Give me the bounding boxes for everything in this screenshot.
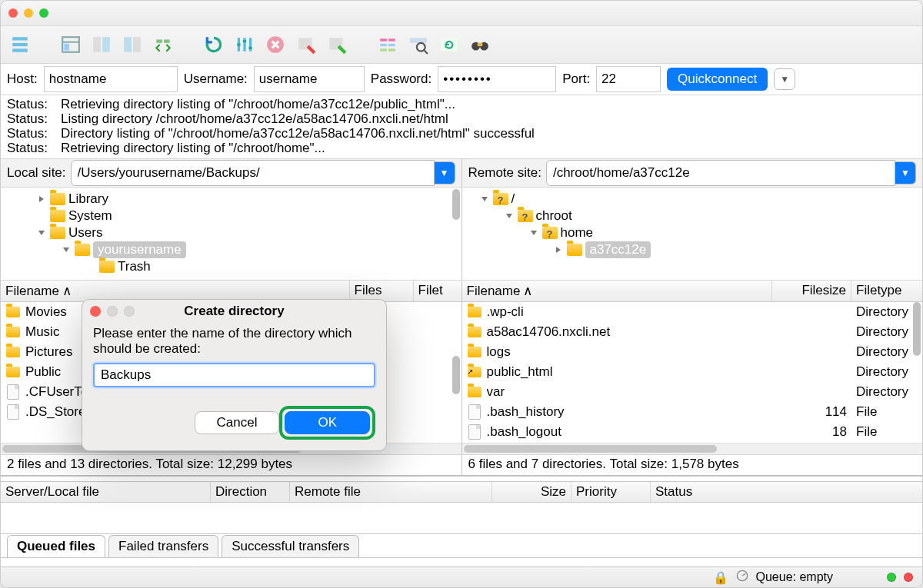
local-site-dropdown[interactable]: ▼ (435, 161, 455, 184)
disconnect-icon[interactable] (293, 33, 319, 56)
h-scrollbar[interactable] (462, 443, 923, 454)
list-item[interactable]: varDirectory (462, 382, 923, 402)
tree-node[interactable]: chroot (467, 208, 918, 224)
username-input[interactable] (254, 66, 365, 92)
quickconnect-button[interactable]: Quickconnect (667, 68, 768, 91)
site-manager-icon[interactable] (7, 33, 33, 56)
speed-icon[interactable] (736, 570, 748, 585)
disclosure-icon[interactable] (36, 194, 47, 204)
col-remote[interactable]: Remote file (290, 482, 492, 502)
col-direction[interactable]: Direction (211, 482, 290, 502)
col-filename[interactable]: Filename∧ (1, 281, 350, 301)
refresh-icon[interactable] (201, 33, 227, 56)
scrollbar[interactable] (913, 302, 921, 453)
directory-name-input[interactable] (93, 363, 375, 387)
svg-rect-18 (388, 48, 395, 51)
host-input[interactable] (44, 66, 178, 92)
list-item[interactable]: .bash_logout18File (462, 422, 923, 442)
disclosure-icon[interactable] (61, 244, 72, 255)
disclosure-icon[interactable] (504, 211, 515, 221)
disclosure-icon[interactable] (36, 211, 47, 221)
svg-rect-6 (93, 37, 101, 52)
list-item[interactable]: a58ac14706.nxcli.netDirectory (462, 322, 923, 342)
col-server[interactable]: Server/Local file (1, 482, 211, 502)
tree-label: chroot (536, 208, 572, 224)
list-item[interactable]: .bash_history114File (462, 402, 923, 422)
window-close[interactable] (8, 8, 18, 18)
tab-successful[interactable]: Successful transfers (222, 535, 359, 557)
sync-browse-icon[interactable] (436, 33, 462, 56)
list-item[interactable]: logsDirectory (462, 342, 923, 362)
local-tree[interactable]: LibrarySystemUsersyourusernameTrash (1, 188, 462, 280)
toggle-remote-tree-icon[interactable] (88, 33, 115, 56)
local-site-input[interactable] (71, 160, 435, 186)
disclosure-icon[interactable] (479, 194, 490, 204)
search-remote-icon[interactable] (405, 33, 432, 56)
quickconnect-history-dropdown[interactable]: ▼ (774, 68, 795, 90)
message-log[interactable]: Status:Retrieving directory listing of "… (1, 95, 922, 159)
remote-tree[interactable]: /chroothomea37cc12e (462, 188, 923, 280)
process-queue-icon[interactable] (232, 33, 258, 56)
lock-icon[interactable]: 🔒 (713, 570, 728, 585)
svg-rect-16 (388, 38, 395, 41)
transfer-queue-header: Server/Local file Direction Remote file … (1, 482, 922, 503)
col-priority[interactable]: Priority (571, 482, 651, 502)
directory-compare-icon[interactable] (375, 33, 401, 56)
col-filename[interactable]: Filename∧ (462, 281, 773, 301)
scrollbar[interactable] (452, 302, 460, 453)
col-filesize[interactable]: Files (350, 281, 414, 301)
tree-node[interactable]: yourusername (5, 241, 457, 258)
tree-label: Library (68, 191, 108, 208)
tree-label: System (68, 208, 112, 224)
col-filesize[interactable]: Filesize (772, 281, 851, 301)
cancel-button[interactable]: Cancel (195, 411, 280, 434)
list-item[interactable]: .wp-cliDirectory (462, 302, 923, 322)
window-zoom[interactable] (39, 8, 48, 18)
port-input[interactable] (596, 66, 661, 92)
file-type: File (851, 403, 918, 421)
toggle-local-tree-icon[interactable] (58, 33, 84, 56)
window-minimize[interactable] (24, 8, 33, 18)
disclosure-icon[interactable] (528, 228, 539, 238)
col-status[interactable]: Status (651, 482, 922, 502)
tree-label: yourusername (93, 241, 186, 258)
toggle-log-icon[interactable] (150, 33, 176, 56)
binoculars-icon[interactable] (467, 33, 493, 56)
svg-rect-15 (380, 48, 387, 51)
tree-node[interactable]: / (467, 191, 918, 208)
tree-node[interactable]: Library (5, 191, 457, 208)
disclosure-icon[interactable] (36, 228, 47, 238)
tree-node[interactable]: Users (5, 224, 457, 241)
col-filetype[interactable]: Filetype (851, 281, 922, 301)
col-filetype[interactable]: Filet (414, 281, 462, 301)
cancel-icon[interactable] (262, 33, 288, 56)
svg-rect-5 (64, 44, 69, 51)
transfer-queue[interactable] (1, 503, 922, 534)
remote-site-dropdown[interactable]: ▼ (895, 161, 916, 184)
password-input[interactable] (438, 66, 556, 92)
list-item[interactable]: ↗public_htmlDirectory (462, 362, 923, 382)
log-msg: Retrieving directory listing of "/chroot… (61, 141, 325, 155)
tab-failed[interactable]: Failed transfers (108, 535, 218, 557)
tree-node[interactable]: Trash (5, 258, 457, 275)
disclosure-icon[interactable] (553, 244, 564, 255)
toggle-queue-icon[interactable] (119, 33, 145, 56)
tree-node[interactable]: System (5, 208, 457, 224)
tree-node[interactable]: home (467, 224, 918, 241)
activity-led-2 (904, 573, 913, 582)
folder-icon (467, 344, 482, 360)
tree-node[interactable]: a37cc12e (467, 241, 918, 258)
folder-icon (5, 304, 21, 320)
disclosure-icon[interactable] (85, 261, 96, 272)
reconnect-icon[interactable] (324, 33, 350, 56)
folder-icon (50, 210, 65, 222)
col-size[interactable]: Size (492, 482, 571, 502)
ok-button[interactable]: OK (285, 411, 370, 434)
dialog-prompt: Please enter the name of the directory w… (93, 326, 375, 357)
remote-file-list[interactable]: Filename∧ Filesize Filetype .wp-cliDirec… (462, 281, 923, 454)
scrollbar[interactable] (452, 189, 460, 278)
folder-icon (467, 304, 482, 320)
remote-site-input[interactable] (546, 160, 895, 186)
tab-queued[interactable]: Queued files (7, 535, 105, 557)
sort-asc-icon: ∧ (62, 283, 72, 299)
